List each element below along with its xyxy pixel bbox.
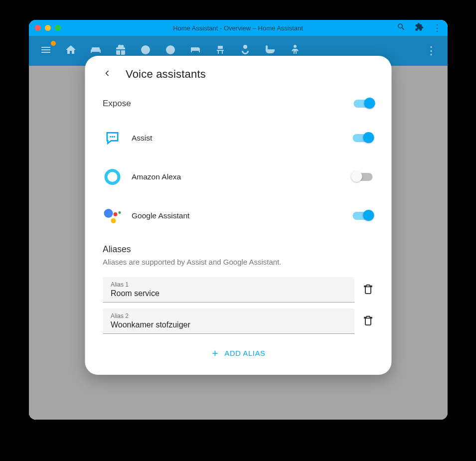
alias-field-value: Woonkamer stofzuiger [111, 320, 346, 329]
assist-icon [104, 130, 121, 147]
mac-titlebar: Home Assistant - Overview – Home Assista… [29, 20, 448, 36]
assistant-label: Amazon Alexa [132, 172, 181, 181]
alias-field-label: Alias 1 [111, 281, 346, 288]
svg-point-4 [113, 136, 115, 138]
svg-point-2 [109, 136, 111, 138]
dialog-title: Voice assistants [126, 68, 206, 81]
delete-alias-button[interactable] [362, 284, 373, 297]
menu-icon[interactable] [40, 44, 52, 58]
plus-icon [210, 349, 219, 358]
alias-input[interactable]: Alias 1 Room service [103, 277, 354, 303]
add-alias-button[interactable]: ADD ALIAS [103, 340, 373, 360]
assistant-label: Assist [132, 134, 152, 143]
alias-row: Alias 1 Room service [103, 277, 373, 303]
assistant-row-google: Google Assistant [103, 196, 373, 235]
svg-point-1 [166, 45, 175, 54]
google-toggle[interactable] [352, 212, 372, 220]
alias-input[interactable]: Alias 2 Woonkamer stofzuiger [103, 308, 354, 334]
aliases-heading: Aliases [103, 244, 373, 255]
assistant-row-assist: Assist [103, 119, 373, 157]
assistant-row-alexa: Amazon Alexa [103, 157, 373, 196]
expose-label: Expose [103, 99, 131, 109]
window-title: Home Assistant - Overview – Home Assista… [29, 24, 448, 32]
assist-toggle[interactable] [352, 134, 372, 142]
content-area: Voice assistants Expose Assist [29, 66, 448, 420]
assistant-label: Google Assistant [132, 211, 189, 220]
alias-field-label: Alias 2 [111, 312, 346, 319]
alexa-icon [104, 168, 121, 185]
voice-assistants-dialog: Voice assistants Expose Assist [85, 56, 391, 375]
alias-field-value: Room service [111, 289, 346, 298]
add-alias-label: ADD ALIAS [224, 349, 265, 357]
tab-home-icon[interactable] [65, 44, 77, 58]
alexa-toggle[interactable] [352, 173, 372, 181]
app-window: Home Assistant - Overview – Home Assista… [29, 20, 448, 420]
expose-toggle[interactable] [353, 100, 373, 108]
delete-alias-button[interactable] [362, 315, 373, 328]
alias-row: Alias 2 Woonkamer stofzuiger [103, 308, 373, 334]
ha-overflow-menu-icon[interactable]: ⋮ [426, 44, 437, 57]
google-assistant-icon [104, 207, 121, 224]
back-button[interactable] [103, 69, 112, 80]
svg-point-3 [111, 136, 113, 138]
svg-point-0 [141, 45, 150, 54]
aliases-subtext: Aliases are supported by Assist and Goog… [103, 258, 373, 266]
